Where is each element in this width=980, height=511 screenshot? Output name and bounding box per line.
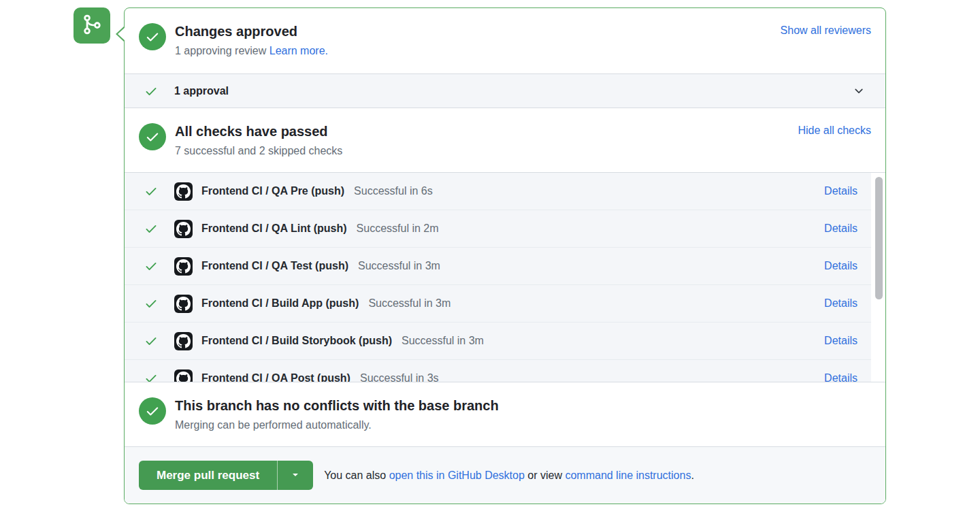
check-name: Frontend CI / QA Pre (push): [201, 185, 344, 197]
check-status: Successful in 3m: [402, 335, 484, 347]
check-status: Successful in 3m: [358, 260, 440, 272]
check-row: Frontend CI / Build App (push) Successfu…: [125, 285, 871, 323]
checks-list[interactable]: Frontend CI / QA Pre (push) Successful i…: [125, 173, 885, 382]
github-actions-avatar-icon: [174, 257, 193, 276]
check-details-link[interactable]: Details: [824, 372, 858, 382]
chevron-down-icon[interactable]: [853, 85, 865, 97]
merge-pull-request-button[interactable]: Merge pull request: [139, 461, 277, 490]
github-actions-avatar-icon: [174, 332, 193, 350]
aside-prefix: You can also: [324, 469, 389, 481]
github-actions-avatar-icon: [174, 182, 193, 201]
approved-check-circle-icon: [139, 23, 166, 50]
check-row: Frontend CI / QA Test (push) Successful …: [125, 248, 871, 285]
merge-footer: Merge pull request You can also open thi…: [125, 446, 885, 504]
github-actions-avatar-icon: [174, 369, 193, 382]
check-name: Frontend CI / Build App (push): [201, 297, 359, 310]
dropdown-caret-icon: [290, 469, 301, 482]
check-status: Successful in 3m: [368, 297, 451, 310]
check-details-link[interactable]: Details: [824, 260, 858, 272]
no-conflicts-subtitle: Merging can be performed automatically.: [175, 418, 499, 433]
check-status: Successful in 6s: [354, 185, 433, 197]
checks-texts: All checks have passed 7 successful and …: [175, 122, 342, 159]
check-details-link[interactable]: Details: [824, 335, 858, 347]
check-row: Frontend CI / QA Pre (push) Successful i…: [125, 173, 871, 210]
checks-title: All checks have passed: [175, 123, 342, 140]
review-approved-section: Changes approved 1 approving review Lear…: [125, 8, 885, 73]
check-success-icon: [144, 334, 158, 348]
checks-subtitle: 7 successful and 2 skipped checks: [175, 144, 342, 159]
review-texts: Changes approved 1 approving review Lear…: [175, 22, 328, 59]
git-merge-icon: [82, 14, 102, 37]
check-name: Frontend CI / Build Storybook (push): [201, 335, 392, 347]
checks-scrollbar[interactable]: [875, 177, 883, 299]
check-success-icon: [144, 222, 158, 235]
no-conflicts-section: This branch has no conflicts with the ba…: [125, 382, 885, 446]
check-row: Frontend CI / Build Storybook (push) Suc…: [125, 323, 871, 360]
check-status: Successful in 3s: [360, 372, 439, 382]
approving-review-count: 1 approving review: [175, 45, 266, 56]
check-details-link[interactable]: Details: [824, 297, 858, 310]
github-actions-avatar-icon: [174, 220, 193, 238]
approval-summary-row[interactable]: 1 approval: [125, 73, 885, 108]
hide-all-checks-link[interactable]: Hide all checks: [798, 125, 871, 137]
no-conflicts-check-circle-icon: [139, 397, 166, 425]
show-all-reviewers-link[interactable]: Show all reviewers: [781, 24, 871, 37]
command-line-instructions-link[interactable]: command line instructions: [565, 469, 691, 481]
check-success-icon: [144, 259, 158, 273]
learn-more-link[interactable]: Learn more.: [270, 45, 328, 56]
check-name: Frontend CI / QA Post (push): [201, 372, 350, 382]
checks-passed-circle-icon: [139, 123, 166, 150]
review-title: Changes approved: [175, 23, 328, 40]
approval-check-icon: [144, 84, 158, 98]
github-actions-avatar-icon: [174, 295, 193, 313]
check-name: Frontend CI / QA Test (push): [201, 260, 348, 272]
check-row: Frontend CI / QA Lint (push) Successful …: [125, 210, 871, 248]
check-status: Successful in 2m: [357, 222, 439, 235]
approval-row-label: 1 approval: [174, 85, 229, 97]
merge-button-group: Merge pull request: [139, 461, 313, 490]
footer-aside-text: You can also open this in GitHub Desktop…: [324, 469, 694, 482]
no-conflicts-texts: This branch has no conflicts with the ba…: [175, 397, 499, 433]
check-details-link[interactable]: Details: [824, 222, 858, 235]
check-success-icon: [144, 297, 158, 310]
check-success-icon: [144, 184, 158, 198]
aside-suffix: .: [691, 469, 693, 481]
check-success-icon: [144, 372, 158, 382]
check-name: Frontend CI / QA Lint (push): [201, 222, 347, 235]
merge-options-dropdown-button[interactable]: [277, 461, 313, 490]
aside-middle: or view: [525, 469, 566, 481]
check-row: Frontend CI / QA Post (push) Successful …: [125, 360, 871, 382]
merge-box: Changes approved 1 approving review Lear…: [124, 7, 886, 504]
check-details-link[interactable]: Details: [824, 185, 858, 197]
git-merge-badge: [74, 7, 110, 44]
bubble-tail: [116, 26, 125, 42]
no-conflicts-title: This branch has no conflicts with the ba…: [175, 397, 499, 414]
review-subtitle: 1 approving review Learn more.: [175, 44, 328, 59]
checks-passed-section: All checks have passed 7 successful and …: [125, 108, 885, 173]
open-in-github-desktop-link[interactable]: open this in GitHub Desktop: [389, 469, 525, 481]
